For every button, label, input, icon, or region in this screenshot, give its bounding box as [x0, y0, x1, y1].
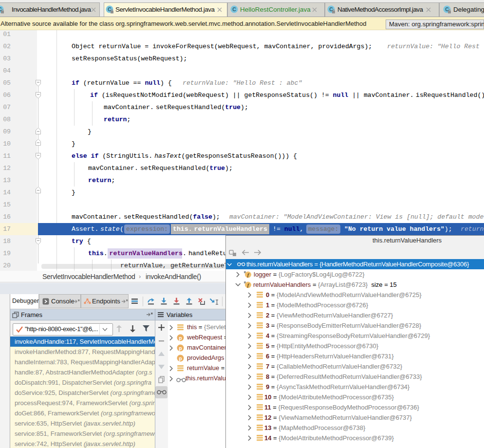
svg-text:p: p: [179, 355, 182, 361]
svg-text:p: p: [179, 335, 182, 341]
svg-text:p: p: [179, 345, 182, 351]
svg-text:C: C: [232, 6, 236, 12]
